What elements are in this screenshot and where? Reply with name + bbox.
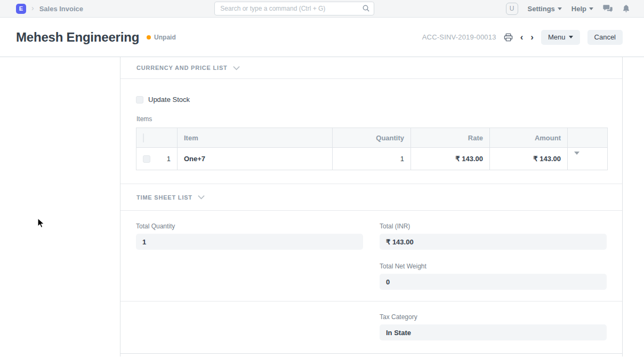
section-title: CURRENCY AND PRICE LIST <box>136 65 228 71</box>
select-all-checkbox[interactable] <box>143 133 144 142</box>
total-quantity-field: Total Quantity 1 <box>136 223 363 250</box>
app-logo[interactable]: E <box>16 4 26 14</box>
search-input[interactable] <box>214 2 374 15</box>
chevron-down-icon <box>558 7 562 10</box>
column-header-rate: Rate <box>411 128 490 148</box>
form-body: CURRENCY AND PRICE LIST Update Stock Ite… <box>0 57 644 356</box>
row-checkbox[interactable] <box>143 155 150 163</box>
section-currency-and-price-list[interactable]: CURRENCY AND PRICE LIST <box>120 57 622 79</box>
tax-right-column: Tax Category In State <box>380 313 607 353</box>
items-table: Item Quantity Rate Amount 1 One+7 1 <box>136 128 608 170</box>
document-id: ACC-SINV-2019-00013 <box>422 33 496 41</box>
update-stock-field[interactable]: Update Stock <box>136 96 606 104</box>
total-net-weight-field: Total Net Weight 0 <box>380 263 607 290</box>
status-badge: Unpaid <box>154 34 176 41</box>
menu-button-label: Menu <box>548 33 566 41</box>
tax-category-field: Tax Category In State <box>380 313 607 340</box>
chevron-down-icon <box>569 36 573 38</box>
total-net-weight-input[interactable]: 0 <box>380 274 607 290</box>
section-tax: Tax Category In State <box>120 302 622 354</box>
status-indicator: Unpaid <box>147 34 176 41</box>
cell-amount[interactable]: ₹ 143.00 <box>490 148 568 170</box>
global-search <box>214 2 374 15</box>
tax-left-column <box>136 313 363 353</box>
menu-button[interactable]: Menu <box>541 30 580 45</box>
navbar-center <box>83 2 505 15</box>
field-label: Total (INR) <box>380 223 607 230</box>
items-table-header-row: Item Quantity Rate Amount <box>136 128 608 148</box>
cell-item[interactable]: One+7 <box>178 148 333 170</box>
page-header-left: Mehesh Engineering Unpaid <box>16 30 176 45</box>
prev-document-icon[interactable]: ‹ <box>520 33 524 42</box>
help-menu[interactable]: Help <box>571 5 593 13</box>
page-title: Mehesh Engineering <box>16 30 139 45</box>
settings-menu[interactable]: Settings <box>528 5 562 13</box>
next-document-icon[interactable]: › <box>530 33 534 42</box>
cell-rate[interactable]: ₹ 143.00 <box>411 148 490 170</box>
navbar-right: U Settings Help <box>506 3 630 15</box>
totals-left-column: Total Quantity 1 <box>136 223 363 303</box>
status-dot-icon <box>147 35 151 39</box>
items-table-label: Items <box>136 115 606 123</box>
total-inr-field: Total (INR) ₹ 143.00 <box>380 223 607 250</box>
settings-label: Settings <box>528 5 555 13</box>
row-expand-icon[interactable] <box>574 152 579 163</box>
cancel-button-label: Cancel <box>594 33 616 41</box>
print-icon[interactable] <box>504 33 513 42</box>
chevron-down-icon <box>589 7 593 10</box>
chat-icon[interactable] <box>603 4 613 13</box>
form-card: CURRENCY AND PRICE LIST Update Stock Ite… <box>120 57 623 356</box>
section-title: TIME SHEET LIST <box>136 194 192 201</box>
cancel-button[interactable]: Cancel <box>587 30 623 45</box>
column-header-quantity: Quantity <box>333 128 411 148</box>
breadcrumb-chevron-icon: › <box>31 4 34 12</box>
tax-category-input[interactable]: In State <box>380 324 607 340</box>
breadcrumb[interactable]: Sales Invoice <box>39 5 83 13</box>
chevron-down-icon <box>233 66 240 70</box>
cell-quantity[interactable]: 1 <box>333 148 411 170</box>
column-header-item: Item <box>178 128 333 148</box>
navbar-left: E › Sales Invoice <box>16 4 83 14</box>
chevron-down-icon <box>198 195 205 200</box>
field-label: Total Quantity <box>136 223 363 230</box>
field-label: Tax Category <box>380 313 607 321</box>
search-icon[interactable] <box>362 4 370 14</box>
field-label: Total Net Weight <box>380 263 607 270</box>
page-header-actions: ACC-SINV-2019-00013 ‹ › Menu Cancel <box>422 30 623 45</box>
totals-right-column: Total (INR) ₹ 143.00 Total Net Weight 0 <box>380 223 607 303</box>
update-stock-label: Update Stock <box>148 96 190 104</box>
user-avatar[interactable]: U <box>506 3 518 15</box>
help-label: Help <box>571 5 586 13</box>
column-header-actions <box>568 128 608 148</box>
page-header: Mehesh Engineering Unpaid ACC-SINV-2019-… <box>0 18 644 57</box>
column-header-amount: Amount <box>490 128 568 148</box>
section-items: Update Stock Items Item Quantity Rate Am… <box>120 79 622 184</box>
total-quantity-input[interactable]: 1 <box>136 234 363 250</box>
update-stock-checkbox[interactable] <box>136 96 143 104</box>
top-navbar: E › Sales Invoice U Settings Help <box>0 0 644 18</box>
section-totals: Total Quantity 1 Total (INR) ₹ 143.00 To… <box>120 211 622 302</box>
row-index: 1 <box>167 155 171 163</box>
section-time-sheet-list[interactable]: TIME SHEET LIST <box>120 184 622 211</box>
table-row[interactable]: 1 One+7 1 ₹ 143.00 ₹ 143.00 <box>136 148 608 170</box>
notifications-bell-icon[interactable] <box>622 4 630 13</box>
total-inr-input[interactable]: ₹ 143.00 <box>380 234 607 250</box>
